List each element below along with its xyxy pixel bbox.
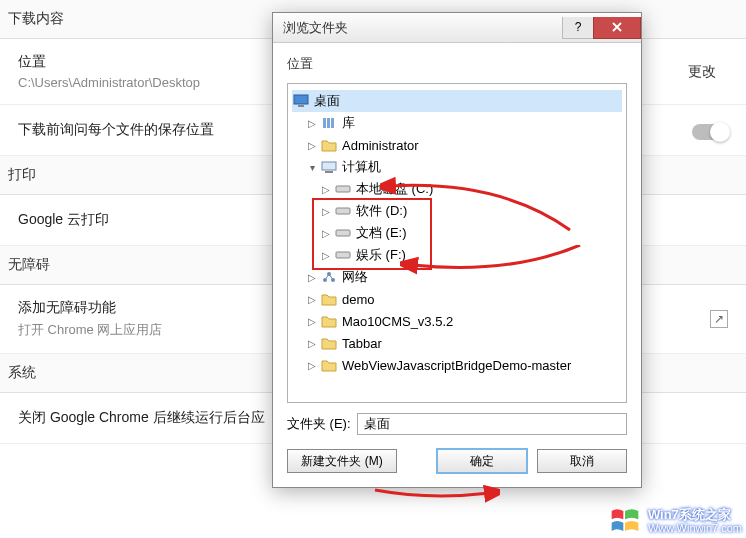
tree-computer[interactable]: ▾ 计算机 (292, 156, 622, 178)
svg-rect-10 (336, 252, 350, 258)
svg-rect-1 (298, 105, 304, 107)
dialog-title: 浏览文件夹 (283, 19, 563, 37)
change-button[interactable]: 更改 (676, 57, 728, 87)
watermark-line2: Www.Winwin7.com (648, 522, 742, 535)
network-icon (320, 269, 338, 285)
folder-field-label: 文件夹 (E): (287, 415, 351, 433)
tree-drive-d[interactable]: ▷ 软件 (D:) (292, 200, 622, 222)
ok-button[interactable]: 确定 (437, 449, 527, 473)
drive-icon (334, 203, 352, 219)
folder-name-input[interactable] (357, 413, 627, 435)
expand-icon[interactable]: ▷ (306, 293, 318, 305)
browse-folder-dialog: 浏览文件夹 ? 位置 桌面 ▷ 库 ▷ Administrator (272, 12, 642, 488)
watermark-line1: Win7系统之家 (648, 507, 742, 523)
svg-rect-5 (322, 162, 336, 170)
tree-drive-e[interactable]: ▷ 文档 (E:) (292, 222, 622, 244)
expand-icon[interactable]: ▷ (320, 183, 332, 195)
cancel-button[interactable]: 取消 (537, 449, 627, 473)
tree-drive-f[interactable]: ▷ 娱乐 (F:) (292, 244, 622, 266)
tree-library[interactable]: ▷ 库 (292, 112, 622, 134)
expand-icon[interactable]: ▷ (306, 315, 318, 327)
ask-location-toggle[interactable] (692, 124, 728, 140)
expand-icon[interactable]: ▷ (306, 271, 318, 283)
svg-rect-7 (336, 186, 350, 192)
tree-mao[interactable]: ▷ Mao10CMS_v3.5.2 (292, 310, 622, 332)
expand-icon[interactable]: ▷ (306, 139, 318, 151)
folder-icon (320, 313, 338, 329)
drive-icon (334, 247, 352, 263)
windows-logo-icon (608, 506, 642, 536)
external-link-icon: ↗ (710, 310, 728, 328)
expand-icon[interactable]: ▷ (320, 249, 332, 261)
tree-network[interactable]: ▷ 网络 (292, 266, 622, 288)
expand-icon[interactable]: ▷ (306, 117, 318, 129)
expand-icon[interactable]: ▷ (306, 359, 318, 371)
svg-rect-8 (336, 208, 350, 214)
svg-rect-6 (325, 171, 333, 173)
svg-rect-2 (323, 118, 326, 128)
folder-tree[interactable]: 桌面 ▷ 库 ▷ Administrator ▾ 计算机 ▷ 本地磁盘 (C:) (287, 83, 627, 403)
tree-demo[interactable]: ▷ demo (292, 288, 622, 310)
tree-tabbar[interactable]: ▷ Tabbar (292, 332, 622, 354)
svg-rect-4 (331, 118, 334, 128)
expand-icon[interactable]: ▷ (306, 337, 318, 349)
svg-rect-9 (336, 230, 350, 236)
tree-webview[interactable]: ▷ WebViewJavascriptBridgeDemo-master (292, 354, 622, 376)
dialog-titlebar[interactable]: 浏览文件夹 ? (273, 13, 641, 43)
tree-desktop[interactable]: 桌面 (292, 90, 622, 112)
drive-icon (334, 225, 352, 241)
help-button[interactable]: ? (562, 17, 594, 39)
tree-drive-c[interactable]: ▷ 本地磁盘 (C:) (292, 178, 622, 200)
expand-icon[interactable]: ▷ (320, 205, 332, 217)
folder-icon (320, 291, 338, 307)
close-button[interactable] (593, 17, 641, 39)
collapse-icon[interactable]: ▾ (306, 161, 318, 173)
tree-admin[interactable]: ▷ Administrator (292, 134, 622, 156)
dialog-heading: 位置 (287, 55, 627, 73)
folder-icon (320, 357, 338, 373)
computer-icon (320, 159, 338, 175)
watermark: Win7系统之家 Www.Winwin7.com (608, 506, 742, 536)
desktop-icon (292, 93, 310, 109)
folder-icon (320, 137, 338, 153)
library-icon (320, 115, 338, 131)
svg-rect-3 (327, 118, 330, 128)
folder-icon (320, 335, 338, 351)
expand-icon[interactable]: ▷ (320, 227, 332, 239)
drive-icon (334, 181, 352, 197)
new-folder-button[interactable]: 新建文件夹 (M) (287, 449, 397, 473)
svg-rect-0 (294, 95, 308, 104)
